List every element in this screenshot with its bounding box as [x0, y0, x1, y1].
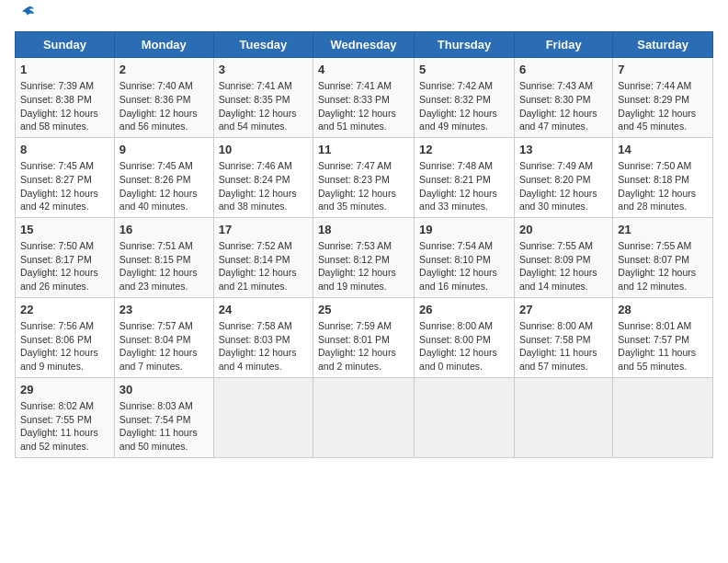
calendar-header-row: SundayMondayTuesdayWednesdayThursdayFrid…: [16, 32, 713, 58]
day-number: 25: [318, 302, 409, 318]
day-detail: and 28 minutes.: [618, 200, 708, 213]
day-number: 7: [618, 62, 708, 78]
calendar-cell: 1Sunrise: 7:39 AMSunset: 8:38 PMDaylight…: [16, 58, 115, 138]
calendar-cell: 22Sunrise: 7:56 AMSunset: 8:06 PMDayligh…: [16, 297, 115, 377]
day-number: 23: [119, 302, 209, 318]
calendar-cell: [415, 377, 515, 457]
calendar-week-row: 1Sunrise: 7:39 AMSunset: 8:38 PMDaylight…: [16, 58, 713, 138]
day-number: 27: [519, 302, 608, 318]
day-detail: and 38 minutes.: [219, 200, 308, 213]
day-detail: Sunset: 8:21 PM: [419, 173, 509, 187]
day-detail: and 19 minutes.: [318, 280, 409, 293]
day-detail: and 52 minutes.: [20, 440, 109, 454]
day-detail: and 12 minutes.: [618, 280, 708, 293]
day-detail: Sunset: 8:38 PM: [20, 93, 109, 107]
day-detail: and 51 minutes.: [318, 120, 409, 133]
calendar: SundayMondayTuesdayWednesdayThursdayFrid…: [15, 31, 713, 458]
day-detail: Sunset: 8:36 PM: [119, 93, 209, 107]
day-detail: and 0 minutes.: [419, 360, 509, 373]
day-detail: Sunrise: 7:50 AM: [618, 159, 708, 173]
calendar-cell: [313, 377, 415, 457]
day-detail: Sunset: 8:33 PM: [318, 93, 409, 107]
day-number: 22: [20, 302, 109, 318]
day-number: 11: [318, 142, 409, 158]
day-number: 17: [219, 222, 308, 238]
calendar-cell: 16Sunrise: 7:51 AMSunset: 8:15 PMDayligh…: [114, 217, 213, 297]
day-detail: Sunrise: 7:47 AM: [318, 159, 409, 173]
day-detail: Daylight: 12 hours: [119, 266, 209, 280]
day-number: 20: [519, 222, 608, 238]
day-detail: Sunset: 7:55 PM: [20, 413, 109, 427]
day-number: 19: [419, 222, 509, 238]
day-detail: Sunset: 8:32 PM: [419, 93, 509, 107]
day-detail: Daylight: 12 hours: [20, 346, 109, 360]
day-detail: Sunset: 8:27 PM: [20, 173, 109, 187]
calendar-cell: 28Sunrise: 8:01 AMSunset: 7:57 PMDayligh…: [613, 297, 713, 377]
day-number: 29: [20, 382, 109, 398]
logo-bird-icon: [17, 4, 38, 24]
day-number: 6: [519, 62, 608, 78]
calendar-week-row: 22Sunrise: 7:56 AMSunset: 8:06 PMDayligh…: [16, 297, 713, 377]
calendar-cell: 29Sunrise: 8:02 AMSunset: 7:55 PMDayligh…: [16, 377, 115, 457]
day-detail: Sunset: 7:58 PM: [519, 333, 608, 347]
day-detail: Daylight: 11 hours: [618, 346, 708, 360]
day-detail: Daylight: 12 hours: [20, 107, 109, 121]
calendar-cell: 2Sunrise: 7:40 AMSunset: 8:36 PMDaylight…: [114, 58, 213, 138]
day-detail: Daylight: 12 hours: [20, 266, 109, 280]
calendar-week-row: 29Sunrise: 8:02 AMSunset: 7:55 PMDayligh…: [16, 377, 713, 457]
calendar-day-header: Friday: [514, 32, 612, 58]
calendar-cell: 25Sunrise: 7:59 AMSunset: 8:01 PMDayligh…: [313, 297, 415, 377]
calendar-day-header: Saturday: [613, 32, 713, 58]
day-detail: Sunset: 7:57 PM: [618, 333, 708, 347]
calendar-day-header: Wednesday: [313, 32, 415, 58]
calendar-day-header: Tuesday: [213, 32, 313, 58]
calendar-cell: [213, 377, 313, 457]
calendar-cell: 30Sunrise: 8:03 AMSunset: 7:54 PMDayligh…: [114, 377, 213, 457]
day-detail: Sunrise: 7:42 AM: [419, 79, 509, 93]
day-detail: Sunrise: 7:45 AM: [119, 159, 209, 173]
calendar-header: SundayMondayTuesdayWednesdayThursdayFrid…: [16, 32, 713, 58]
calendar-cell: 27Sunrise: 8:00 AMSunset: 7:58 PMDayligh…: [514, 297, 612, 377]
day-detail: Sunrise: 7:56 AM: [20, 319, 109, 333]
day-detail: Sunset: 8:24 PM: [219, 173, 308, 187]
day-detail: and 4 minutes.: [219, 360, 308, 373]
day-detail: Daylight: 12 hours: [318, 346, 409, 360]
day-detail: and 57 minutes.: [519, 360, 608, 373]
day-detail: and 9 minutes.: [20, 360, 109, 373]
calendar-cell: 10Sunrise: 7:46 AMSunset: 8:24 PMDayligh…: [213, 137, 313, 217]
day-number: 26: [419, 302, 509, 318]
day-detail: Sunrise: 7:49 AM: [519, 159, 608, 173]
day-number: 28: [618, 302, 708, 318]
calendar-cell: 14Sunrise: 7:50 AMSunset: 8:18 PMDayligh…: [613, 137, 713, 217]
day-number: 10: [219, 142, 308, 158]
calendar-cell: 12Sunrise: 7:48 AMSunset: 8:21 PMDayligh…: [415, 137, 515, 217]
day-detail: Daylight: 12 hours: [618, 266, 708, 280]
calendar-week-row: 8Sunrise: 7:45 AMSunset: 8:27 PMDaylight…: [16, 137, 713, 217]
day-detail: Sunrise: 7:57 AM: [119, 319, 209, 333]
day-detail: Daylight: 12 hours: [318, 187, 409, 201]
day-detail: Sunset: 8:10 PM: [419, 253, 509, 267]
day-detail: Daylight: 12 hours: [219, 187, 308, 201]
day-number: 21: [618, 222, 708, 238]
day-detail: Daylight: 12 hours: [618, 107, 708, 121]
day-detail: Sunrise: 7:46 AM: [219, 159, 308, 173]
day-detail: Daylight: 12 hours: [119, 346, 209, 360]
day-detail: Daylight: 11 hours: [119, 426, 209, 440]
calendar-day-header: Sunday: [16, 32, 115, 58]
day-detail: Daylight: 12 hours: [219, 107, 308, 121]
day-detail: Sunrise: 7:58 AM: [219, 319, 308, 333]
calendar-cell: 17Sunrise: 7:52 AMSunset: 8:14 PMDayligh…: [213, 217, 313, 297]
day-detail: Daylight: 12 hours: [119, 107, 209, 121]
day-detail: Sunrise: 7:55 AM: [519, 239, 608, 253]
calendar-cell: 11Sunrise: 7:47 AMSunset: 8:23 PMDayligh…: [313, 137, 415, 217]
day-detail: Daylight: 11 hours: [519, 346, 608, 360]
day-detail: and 33 minutes.: [419, 200, 509, 213]
day-detail: Sunset: 7:54 PM: [119, 413, 209, 427]
day-detail: and 47 minutes.: [519, 120, 608, 133]
day-detail: and 40 minutes.: [119, 200, 209, 213]
day-detail: and 50 minutes.: [119, 440, 209, 454]
day-detail: Daylight: 12 hours: [318, 266, 409, 280]
calendar-cell: 8Sunrise: 7:45 AMSunset: 8:27 PMDaylight…: [16, 137, 115, 217]
day-detail: Sunset: 8:30 PM: [519, 93, 608, 107]
day-detail: Sunset: 8:26 PM: [119, 173, 209, 187]
